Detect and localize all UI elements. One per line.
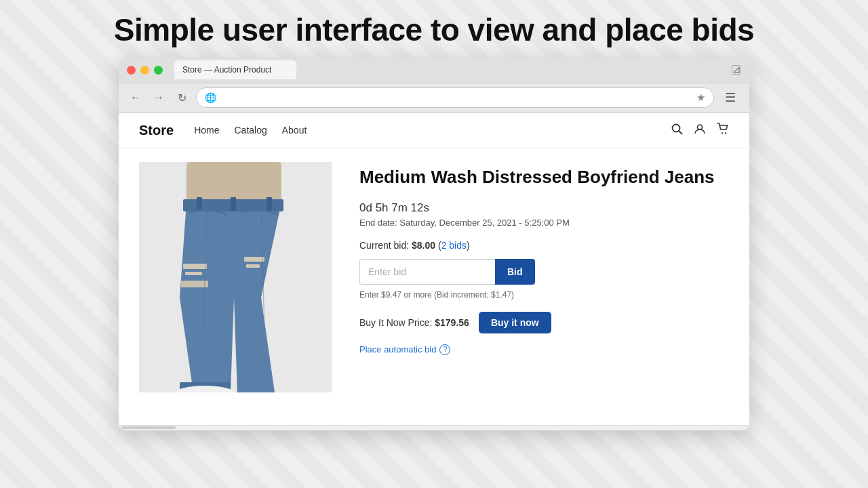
end-date-value: Saturday, December 25, 2021 - 5:25:00 PM [399, 218, 570, 228]
end-date-label: End date: [359, 218, 397, 228]
store-nav: Store Home Catalog About [119, 113, 749, 148]
close-button[interactable] [127, 66, 136, 75]
store-nav-actions [671, 123, 729, 138]
slide-title: Simple user interface to view and place … [114, 12, 754, 48]
bid-amount: $8.00 [412, 240, 435, 251]
help-icon: ? [439, 344, 450, 355]
fullscreen-button[interactable] [154, 66, 163, 75]
svg-rect-6 [186, 162, 281, 203]
svg-rect-15 [246, 264, 260, 268]
forward-button[interactable]: → [150, 89, 167, 106]
svg-rect-13 [181, 281, 208, 287]
address-bar[interactable]: 🌐 ★ [196, 87, 714, 108]
nav-about[interactable]: About [282, 125, 307, 136]
current-bid-label: Current bid: [359, 240, 409, 251]
auto-bid-label: Place automatic bid [359, 344, 436, 354]
buy-now-button[interactable]: Buy it now [479, 312, 551, 333]
product-area: Medium Wash Distressed Boyfriend Jeans 0… [119, 148, 749, 413]
search-button[interactable] [671, 123, 683, 138]
nav-home[interactable]: Home [194, 125, 219, 136]
product-image [139, 162, 332, 392]
product-title: Medium Wash Distressed Boyfriend Jeans [359, 166, 729, 189]
product-details: Medium Wash Distressed Boyfriend Jeans 0… [359, 162, 729, 355]
svg-point-2 [698, 125, 703, 129]
nav-catalog[interactable]: Catalog [234, 125, 267, 136]
svg-point-0 [673, 124, 680, 131]
browser-titlebar: Store — Auction Product [119, 58, 749, 83]
account-button[interactable] [694, 123, 706, 138]
auto-bid-link[interactable]: Place automatic bid ? [359, 344, 729, 355]
buy-now-label: Buy It Now Price: $179.56 [359, 317, 469, 328]
browser-window: Store — Auction Product ← → ↻ 🌐 ★ ☰ Stor… [119, 58, 749, 430]
bid-hint: Enter $9.47 or more (Bid increment: $1.4… [359, 290, 729, 300]
bid-button[interactable]: Bid [495, 259, 535, 285]
globe-icon: 🌐 [205, 92, 216, 103]
bid-input[interactable] [359, 259, 495, 285]
window-expand-icon[interactable] [732, 65, 741, 75]
tab-area: Store — Auction Product [167, 60, 727, 79]
svg-rect-9 [267, 197, 272, 211]
store-nav-links: Home Catalog About [194, 125, 307, 136]
end-date: End date: Saturday, December 25, 2021 - … [359, 218, 729, 228]
current-bid: Current bid: $8.00 (2 bids) [359, 240, 729, 251]
svg-rect-8 [197, 197, 202, 211]
svg-line-1 [679, 131, 682, 134]
svg-point-3 [722, 132, 723, 134]
cart-button[interactable] [717, 123, 729, 138]
countdown-timer: 0d 5h 7m 12s [359, 201, 729, 215]
svg-point-4 [725, 132, 726, 134]
store-page: Store Home Catalog About [119, 113, 749, 425]
buy-now-price: $179.56 [435, 317, 469, 328]
bookmark-icon[interactable]: ★ [696, 92, 705, 104]
minimize-button[interactable] [140, 66, 149, 75]
browser-scrollbar[interactable] [119, 425, 749, 430]
refresh-button[interactable]: ↻ [173, 89, 191, 106]
svg-rect-11 [183, 264, 207, 269]
browser-toolbar: ← → ↻ 🌐 ★ ☰ [119, 83, 749, 113]
store-brand: Store [139, 123, 174, 138]
tab-label: Store — Auction Product [182, 65, 271, 75]
scrollbar-thumb[interactable] [121, 426, 176, 429]
bid-count: 2 bids [441, 240, 467, 251]
bid-input-row: Bid [359, 259, 729, 285]
svg-rect-14 [244, 257, 264, 262]
svg-rect-12 [185, 272, 202, 275]
back-button[interactable]: ← [127, 89, 144, 106]
buy-now-row: Buy It Now Price: $179.56 Buy it now [359, 312, 729, 333]
menu-button[interactable]: ☰ [719, 87, 741, 108]
browser-tab[interactable]: Store — Auction Product [174, 60, 296, 79]
svg-rect-10 [231, 197, 236, 211]
